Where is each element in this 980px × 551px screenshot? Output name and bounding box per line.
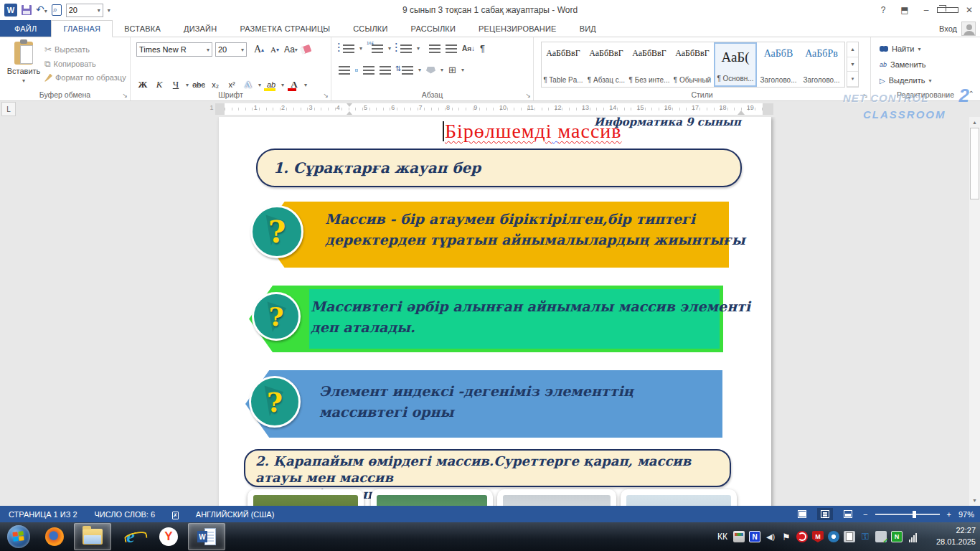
styles-more-icon[interactable]: ▾ bbox=[847, 72, 858, 87]
style-item[interactable]: АаБбРв Заголово... bbox=[800, 42, 843, 87]
collapse-ribbon-icon[interactable]: ⌃ bbox=[969, 90, 974, 98]
vertical-scrollbar[interactable]: ▲ ▼ bbox=[969, 117, 980, 506]
tab-insert[interactable]: ВСТАВКА bbox=[113, 20, 172, 37]
align-left-icon[interactable] bbox=[339, 66, 350, 75]
mcafee-tray-icon[interactable]: M bbox=[812, 531, 824, 542]
style-item[interactable]: АаБ( ¶ Основн... bbox=[714, 42, 757, 87]
network-signal-icon[interactable] bbox=[907, 531, 918, 542]
document-page[interactable]: Информатика 9 сынып Бірөлшемді массив 1.… bbox=[219, 117, 771, 506]
read-mode-icon[interactable] bbox=[794, 508, 810, 520]
tab-view[interactable]: ВИД bbox=[568, 20, 608, 37]
bullet-list-icon[interactable] bbox=[343, 44, 354, 53]
zoom-out-icon[interactable]: − bbox=[863, 510, 867, 519]
web-layout-icon[interactable] bbox=[840, 508, 856, 520]
select-button[interactable]: ▷ Выделить▾ bbox=[880, 76, 931, 85]
align-center-icon[interactable] bbox=[355, 69, 358, 72]
sign-in[interactable]: Вход bbox=[939, 20, 976, 37]
taskbar-yandex[interactable]: Y bbox=[150, 523, 187, 550]
language-switcher[interactable]: КК bbox=[717, 532, 727, 542]
document-area[interactable]: Информатика 9 сынып Бірөлшемді массив 1.… bbox=[0, 117, 969, 506]
tab-review[interactable]: РЕЦЕНЗИРОВАНИЕ bbox=[467, 20, 568, 37]
avatar[interactable] bbox=[961, 22, 976, 36]
start-button[interactable] bbox=[7, 525, 30, 548]
key-tray-icon[interactable]: ⚿ bbox=[859, 531, 871, 542]
monitor-tray-icon[interactable] bbox=[828, 531, 839, 542]
bold-button[interactable]: Ж bbox=[136, 77, 149, 92]
decrease-indent-icon[interactable] bbox=[429, 44, 440, 53]
shrink-font-button[interactable]: А bbox=[268, 42, 281, 57]
horizontal-ruler[interactable]: 1 12345678910111213141516171819 bbox=[215, 103, 773, 115]
taskbar-explorer[interactable] bbox=[74, 523, 111, 550]
zoom-slider[interactable] bbox=[875, 514, 940, 515]
paragraph-dialog-launcher-icon[interactable]: ↘ bbox=[525, 92, 531, 99]
sort-icon[interactable]: АЯ↓ bbox=[462, 44, 475, 52]
format-painter-button[interactable]: Формат по образцу bbox=[44, 73, 126, 82]
taskbar-firefox[interactable] bbox=[36, 523, 73, 550]
shading-icon[interactable] bbox=[426, 67, 435, 74]
right-indent-marker[interactable] bbox=[738, 110, 745, 115]
minimize-icon[interactable]: – bbox=[915, 5, 937, 15]
printer-tray-icon[interactable] bbox=[875, 531, 887, 542]
clear-formatting-icon[interactable] bbox=[300, 44, 312, 55]
close-icon[interactable]: ✕ bbox=[958, 5, 980, 15]
style-item[interactable]: АаБбВвГ ¶ Обычный bbox=[671, 42, 714, 87]
styles-scroll-up-icon[interactable]: ▲ bbox=[847, 42, 858, 57]
cut-button[interactable]: ✂ Вырезать bbox=[44, 44, 90, 55]
numbered-list-icon[interactable] bbox=[372, 44, 383, 53]
clipboard-dialog-launcher-icon[interactable]: ↘ bbox=[122, 92, 128, 99]
show-marks-icon[interactable]: ¶ bbox=[480, 43, 485, 54]
tab-home[interactable]: ГЛАВНАЯ bbox=[51, 20, 113, 37]
tab-design[interactable]: ДИЗАЙН bbox=[172, 20, 228, 37]
find-button[interactable]: Найти▾ bbox=[880, 44, 920, 53]
page-indicator[interactable]: СТРАНИЦА 1 ИЗ 2 bbox=[0, 510, 86, 519]
style-item[interactable]: АаБбВ Заголово... bbox=[757, 42, 800, 87]
clipboard-tray-icon[interactable] bbox=[844, 531, 855, 542]
zoom-in-icon[interactable]: + bbox=[947, 510, 951, 519]
restore-icon[interactable] bbox=[937, 5, 958, 15]
tab-selector[interactable]: L bbox=[1, 102, 16, 116]
font-dialog-launcher-icon[interactable]: ↘ bbox=[323, 92, 329, 99]
tab-mailings[interactable]: РАССЫЛКИ bbox=[400, 20, 467, 37]
word-logo-icon[interactable]: W bbox=[4, 4, 17, 17]
netcontrol-green-tray-icon[interactable]: N bbox=[891, 531, 903, 542]
highlight-color-button[interactable]: ab bbox=[265, 77, 278, 92]
styles-scroll-down-icon[interactable]: ▼ bbox=[847, 57, 858, 72]
volume-tray-icon[interactable]: ◀) bbox=[765, 531, 776, 542]
tab-references[interactable]: ССЫЛКИ bbox=[341, 20, 399, 37]
borders-icon[interactable]: ⊞ bbox=[448, 65, 456, 75]
strikethrough-button[interactable]: abc bbox=[192, 77, 205, 92]
change-case-button[interactable]: Аа▾ bbox=[284, 42, 298, 57]
word-count[interactable]: ЧИСЛО СЛОВ: 6 bbox=[86, 510, 164, 519]
style-item[interactable]: АаБбВвГ ¶ Без инте... bbox=[628, 42, 671, 87]
print-layout-icon[interactable] bbox=[817, 508, 833, 520]
italic-button[interactable]: К bbox=[153, 77, 166, 92]
scrollbar-thumb[interactable] bbox=[970, 128, 979, 199]
scroll-up-icon[interactable]: ▲ bbox=[969, 117, 980, 128]
antivirus-tray-icon[interactable] bbox=[796, 531, 808, 542]
subscript-button[interactable]: х₂ bbox=[209, 77, 222, 92]
tab-page-layout[interactable]: РАЗМЕТКА СТРАНИЦЫ bbox=[228, 20, 341, 37]
underline-button[interactable]: Ч bbox=[169, 77, 182, 92]
help-icon[interactable]: ? bbox=[872, 5, 894, 15]
netcontrol-n-tray-icon[interactable]: N bbox=[749, 531, 760, 542]
ribbon-display-icon[interactable]: ⬒ bbox=[894, 5, 915, 15]
taskbar-word[interactable]: W bbox=[188, 523, 225, 550]
customize-qat-icon[interactable]: ▾ bbox=[108, 7, 110, 14]
taskbar-internet-explorer[interactable]: e bbox=[112, 523, 149, 550]
save-icon[interactable] bbox=[22, 5, 32, 15]
justify-icon[interactable] bbox=[380, 66, 391, 75]
tab-file[interactable]: ФАЙЛ bbox=[0, 20, 51, 37]
copy-button[interactable]: ⧉ Копировать bbox=[44, 59, 96, 69]
scroll-down-icon[interactable]: ▼ bbox=[969, 495, 980, 506]
taskbar-clock[interactable]: 22:27 28.01.2025 bbox=[936, 524, 976, 547]
undo-icon[interactable]: ↶▾ bbox=[36, 4, 47, 17]
grow-font-button[interactable]: А bbox=[253, 42, 265, 57]
replace-button[interactable]: ab Заменить bbox=[880, 60, 925, 69]
action-center-flag-icon[interactable]: ⚑ bbox=[781, 531, 792, 542]
line-spacing-icon[interactable] bbox=[402, 66, 413, 75]
paste-button[interactable]: Вставить ▾ bbox=[6, 42, 42, 89]
text-effects-button[interactable]: А bbox=[242, 77, 255, 92]
superscript-button[interactable]: х² bbox=[225, 77, 238, 92]
qat-font-size-box[interactable]: 20▾ bbox=[66, 4, 103, 17]
scanner-tray-icon[interactable] bbox=[733, 531, 745, 542]
